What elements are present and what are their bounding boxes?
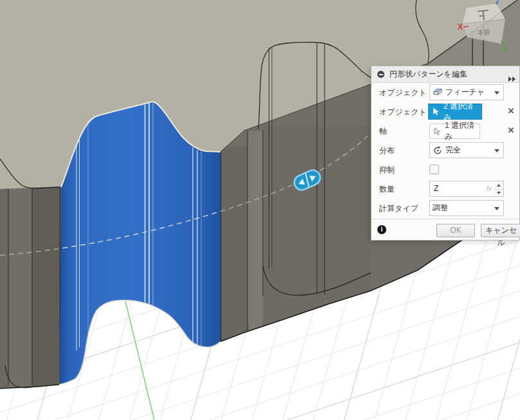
expand-panel-icon[interactable] [508, 71, 517, 78]
cursor-icon [432, 107, 440, 116]
distribution-value: 完全 [445, 145, 461, 156]
viewcube-top-label: 上 [478, 8, 490, 21]
quantity-value: Z [434, 181, 438, 196]
object-type-value: フィーチャ [445, 87, 485, 98]
objects-selection-count: 2 選択済み [444, 101, 478, 123]
dialog-title: 円形状パターンを編集 [390, 69, 467, 78]
suppress-label: 抑制 [379, 160, 395, 179]
row-axis: 軸 1 選択済み ✕ [372, 122, 519, 141]
axis-clear-icon[interactable]: ✕ [506, 125, 516, 136]
stepper-down-icon[interactable] [494, 189, 503, 197]
cancel-button[interactable]: キャンセル [481, 224, 520, 237]
fx-indicator: fx [486, 181, 492, 196]
suppress-checkbox[interactable] [429, 165, 439, 174]
chevron-down-icon [494, 207, 499, 210]
chevron-down-icon [494, 149, 499, 152]
quantity-label: 数量 [379, 179, 395, 199]
cursor-icon [433, 127, 442, 136]
row-distribution: 分布 完全 [372, 141, 519, 160]
axis-x-tick [463, 26, 469, 27]
quantity-input[interactable]: Z fx [429, 181, 495, 197]
quantity-stepper[interactable] [494, 181, 504, 197]
objects-clear-icon[interactable]: ✕ [506, 106, 516, 116]
circular-pattern-dialog: 円形状パターンを編集 オブジェクト タイプ フィーチャ オブジェクト 2 選択済… [371, 66, 520, 241]
dialog-title-bar[interactable]: 円形状パターンを編集 [372, 66, 519, 83]
compute-type-value: 調整 [433, 203, 448, 214]
distribution-label: 分布 [379, 141, 395, 160]
objects-label: オブジェクト [379, 102, 427, 122]
fusion-canvas: 上 手前 X Y 円形状パターンを編集 オブジェクト タイプ フィーチャ オブジ… [0, 0, 520, 420]
axis-x-label[interactable]: X [458, 23, 463, 32]
ok-button[interactable]: OK [436, 224, 475, 237]
axis-selection-count: 1 選択済み [445, 120, 476, 142]
row-object-type: オブジェクト タイプ フィーチャ [372, 83, 519, 102]
axis-y-label[interactable]: Y [503, 46, 508, 55]
axis-selection-button[interactable]: 1 選択済み [429, 123, 480, 139]
chevron-down-icon [494, 91, 499, 95]
row-objects: オブジェクト 2 選択済み ✕ [372, 102, 519, 122]
distribution-dropdown[interactable]: 完全 [429, 142, 504, 158]
feature-icon [433, 87, 443, 98]
axis-label: 軸 [379, 122, 387, 141]
row-compute-type: 計算タイプ 調整 [372, 199, 519, 218]
info-icon[interactable]: i [377, 225, 386, 234]
command-badge-icon [377, 71, 384, 78]
compute-type-dropdown[interactable]: 調整 [429, 200, 504, 216]
footer-divider [372, 219, 519, 219]
object-type-dropdown[interactable]: フィーチャ [429, 84, 504, 100]
full-rotation-icon [433, 145, 443, 156]
objects-selection-button[interactable]: 2 選択済み [428, 104, 482, 120]
row-quantity: 数量 Z fx [372, 179, 519, 199]
compute-type-label: 計算タイプ [379, 199, 418, 218]
row-suppress: 抑制 [372, 160, 519, 179]
